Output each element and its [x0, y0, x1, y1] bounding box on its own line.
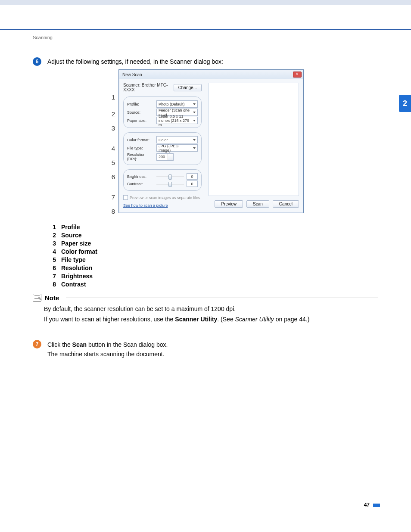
group-profile-source-paper: Profile: Photo (Default) Source: Feeder …	[123, 96, 202, 128]
contrast-label: Contrast:	[127, 182, 154, 186]
brightness-value: 0	[187, 173, 198, 180]
resolution-spinner[interactable]: 200	[156, 153, 174, 161]
resolution-label: Resolution (DPI):	[127, 152, 154, 161]
separate-files-label: Preview or scan images as separate files	[130, 196, 200, 200]
step-7-badge: 7	[33, 340, 41, 348]
step-7-line-2: The machine starts scanning the document…	[47, 349, 168, 359]
page-number: 47	[364, 502, 380, 508]
contrast-value: 0	[187, 180, 198, 187]
callout-numbers: 1 2 3 4 5 6 7 8	[107, 69, 115, 215]
file-type-label: File type:	[127, 146, 154, 150]
profile-select[interactable]: Photo (Default)	[156, 100, 198, 108]
dialog-titlebar: New Scan	[119, 70, 303, 79]
chapter-tab: 2	[399, 95, 411, 112]
note-line-1: By default, the scanner resolution can b…	[44, 304, 378, 314]
separate-files-checkbox[interactable]	[123, 195, 128, 200]
brightness-label: Brightness:	[127, 174, 154, 179]
note-rule-bottom	[44, 331, 378, 331]
page-top-bar	[0, 0, 411, 5]
source-label: Source:	[127, 110, 154, 115]
dialog-title-text: New Scan	[122, 72, 142, 77]
scanner-label: Scanner: Brother MFC- XXXX	[123, 83, 170, 92]
note-block: Note By default, the scanner resolution …	[33, 294, 378, 331]
group-color-file-res: Color format: Color File type: JPG (JPEG…	[123, 132, 202, 165]
contrast-slider[interactable]	[156, 181, 184, 187]
note-title: Note	[45, 294, 59, 302]
step-7-line-1: Click the Scan button in the Scan dialog…	[47, 340, 168, 349]
note-line-2: If you want to scan at higher resolution…	[44, 314, 378, 325]
legend-list: 1Profile 2Source 3Paper size 4Color form…	[50, 224, 378, 288]
step-7: 7 Click the Scan button in the Scan dial…	[33, 340, 378, 359]
paper-size-select[interactable]: Letter 8.5 x 11 inches (216 x 279 m...	[156, 117, 198, 124]
preview-pane	[209, 83, 299, 196]
new-scan-dialog: New Scan Scanner: Brother MFC- XXXX Chan…	[118, 69, 304, 213]
preview-button[interactable]: Preview	[215, 200, 243, 208]
section-label: Scanning	[33, 35, 378, 40]
file-type-select[interactable]: JPG (JPEG Image)	[156, 144, 198, 152]
page-number-bar-icon	[373, 504, 380, 507]
cancel-button[interactable]: Cancel	[273, 200, 299, 208]
change-scanner-button[interactable]: Change...	[174, 84, 202, 91]
step-6: 6 Adjust the following settings, if need…	[33, 57, 378, 66]
step-6-text: Adjust the following settings, if needed…	[47, 57, 223, 65]
note-rule-top	[66, 298, 378, 298]
note-icon	[33, 294, 41, 302]
help-link[interactable]: See how to scan a picture	[123, 203, 168, 208]
group-brightness-contrast: Brightness: 0 Contrast: 0	[123, 169, 202, 191]
step-6-badge: 6	[33, 57, 41, 66]
close-icon[interactable]	[293, 72, 302, 78]
scan-button[interactable]: Scan	[246, 200, 269, 208]
brightness-slider[interactable]	[156, 174, 184, 179]
paper-size-label: Paper size:	[127, 118, 154, 123]
profile-label: Profile:	[127, 102, 154, 106]
color-format-label: Color format:	[127, 138, 154, 142]
color-format-select[interactable]: Color	[156, 136, 198, 143]
